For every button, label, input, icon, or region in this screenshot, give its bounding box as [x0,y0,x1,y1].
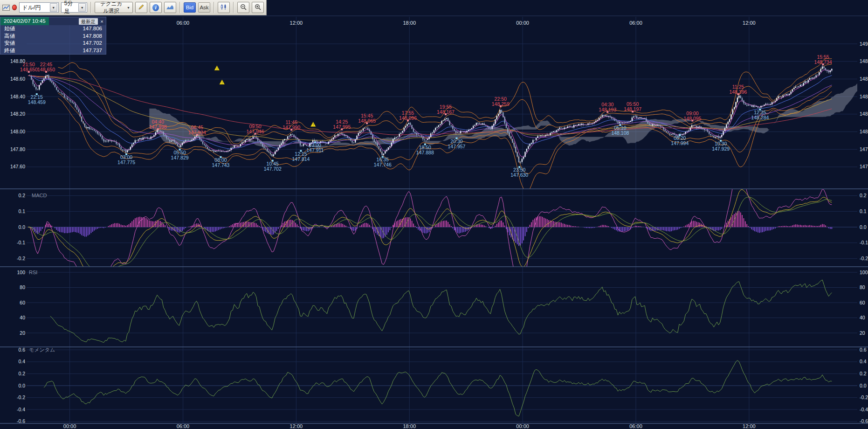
svg-text:147.743: 147.743 [212,162,229,168]
svg-text:148.650: 148.650 [37,67,55,72]
svg-text:147.934: 147.934 [188,130,206,135]
candle-info-header: 2024/02/07 10:45 最新足 × [0,17,106,25]
svg-text:148.167: 148.167 [437,109,455,115]
candle-info-panel: 2024/02/07 10:45 最新足 × 始値 147.806 高値 147… [0,17,106,55]
svg-text:18:00: 18:00 [403,20,416,26]
info-row-low: 安値 147.702 [0,40,106,47]
svg-text:-0.1: -0.1 [860,240,868,245]
pair-select-value: ドル/円 [22,4,41,12]
svg-text:148.108: 148.108 [611,130,629,136]
svg-text:147.994: 147.994 [671,140,689,146]
svg-text:0.0: 0.0 [860,224,867,230]
close-icon[interactable]: × [98,19,106,24]
toolbar-separator [179,2,180,13]
svg-text:148.40: 148.40 [10,94,25,99]
svg-text:147.60: 147.60 [10,164,25,169]
zoom-in-button[interactable] [252,2,264,13]
bid-button[interactable]: Bid [184,2,196,13]
red-dot-icon [12,5,17,10]
candle-style-button[interactable] [218,2,230,13]
svg-text:147.6: 147.6 [860,164,868,169]
svg-text:147.957: 147.957 [448,144,465,149]
latest-candle-badge: 最新足 [79,18,98,25]
timeframe-select[interactable]: 5分足 ▼ [61,2,88,13]
chevron-down-icon: ▼ [78,3,86,12]
svg-text:60: 60 [860,300,865,305]
svg-text:12:00: 12:00 [743,20,756,26]
svg-text:20: 20 [20,330,25,336]
close-value: 147.737 [83,47,102,55]
toolbar: ドル/円 ▼ 5分足 ▼ テクニカル選択 ▼ i Bid Ask [0,0,267,15]
svg-text:0.2: 0.2 [860,193,867,198]
toolbar-separator [90,2,91,13]
high-label: 高値 [4,33,15,40]
svg-text:12:00: 12:00 [290,423,303,429]
ask-button[interactable]: Ask [198,2,210,13]
svg-text:147.829: 147.829 [171,155,189,160]
svg-text:148.650: 148.650 [20,67,38,72]
svg-text:-0.1: -0.1 [17,240,25,245]
svg-text:147.8: 147.8 [860,146,868,152]
svg-text:147.995: 147.995 [333,124,351,130]
toolbar-separator [233,2,234,13]
low-value: 147.702 [83,40,102,47]
svg-text:148.284: 148.284 [751,115,769,120]
chart-canvas[interactable]: 21:50148.65022:15148.45922:45148.65003:0… [0,0,868,429]
svg-text:148.2: 148.2 [860,111,868,117]
svg-text:12:00: 12:00 [290,20,303,26]
svg-text:148.0: 148.0 [860,129,868,134]
draw-tool-button[interactable] [135,2,147,13]
svg-text:147.946: 147.946 [247,129,264,134]
svg-text:148.20: 148.20 [10,111,25,117]
zoom-in-icon [255,4,262,12]
svg-text:0.0: 0.0 [18,224,25,230]
svg-text:148.6: 148.6 [860,76,868,82]
svg-text:0.4: 0.4 [18,359,25,364]
svg-text:RSI: RSI [29,270,37,275]
svg-text:-0.4: -0.4 [17,407,25,412]
svg-text:-0.2: -0.2 [860,256,868,261]
svg-text:-0.6: -0.6 [17,418,25,424]
svg-text:148.60: 148.60 [10,76,25,82]
svg-text:148.396: 148.396 [729,89,747,95]
svg-text:0.0: 0.0 [860,383,867,388]
close-label: 終値 [4,47,15,55]
svg-text:00:00: 00:00 [63,423,76,429]
svg-text:0.0: 0.0 [18,383,25,388]
svg-text:0.2: 0.2 [860,371,867,376]
svg-text:147.888: 147.888 [416,150,434,155]
zoom-out-button[interactable] [237,2,249,13]
svg-text:80: 80 [20,284,25,290]
svg-text:40: 40 [20,315,25,320]
svg-text:147.911: 147.911 [306,147,324,153]
svg-text:147.702: 147.702 [264,166,282,172]
svg-text:MACD: MACD [32,193,47,198]
svg-text:148.197: 148.197 [624,106,641,112]
svg-text:-0.2: -0.2 [17,256,25,261]
svg-text:06:00: 06:00 [177,20,190,26]
svg-text:20: 20 [860,330,865,336]
info-row-close: 終値 147.737 [0,47,106,55]
area-chart-button[interactable] [164,2,176,13]
trading-chart-window: 21:50148.65022:15148.45922:45148.65003:0… [0,0,868,429]
technical-select-label: テクニカル選択 [97,0,125,14]
svg-text:18:00: 18:00 [403,423,416,429]
svg-text:147.814: 147.814 [292,156,310,162]
technical-select-button[interactable]: テクニカル選択 ▼ [95,2,133,13]
info-button[interactable]: i [150,2,162,13]
pair-select[interactable]: ドル/円 ▼ [19,2,59,13]
svg-text:148.095: 148.095 [683,116,701,121]
pencil-icon [138,4,145,11]
svg-text:-0.2: -0.2 [860,394,868,400]
svg-text:0.6: 0.6 [18,347,25,353]
svg-text:147.775: 147.775 [117,159,135,165]
svg-text:147.929: 147.929 [712,146,730,152]
svg-text:!: ! [313,123,314,127]
svg-text:148.096: 148.096 [399,115,417,121]
svg-text:148.459: 148.459 [28,99,46,105]
svg-text:100: 100 [17,270,25,275]
svg-text:モメンタム: モメンタム [29,347,55,353]
svg-text:148.80: 148.80 [10,58,25,64]
svg-text:40: 40 [860,315,865,320]
svg-text:148.193: 148.193 [599,107,616,112]
